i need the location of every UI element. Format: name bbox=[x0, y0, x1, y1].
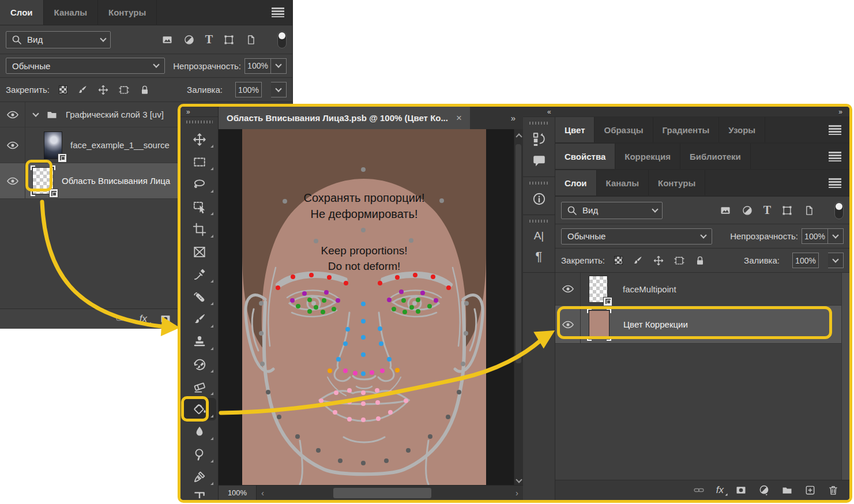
visibility-eye-icon[interactable] bbox=[555, 306, 581, 343]
filter-type-layers-icon[interactable]: T bbox=[205, 33, 213, 46]
opacity-dropdown[interactable] bbox=[828, 228, 844, 244]
group-expand-chevron[interactable] bbox=[32, 110, 39, 116]
visibility-eye-icon[interactable] bbox=[0, 102, 25, 127]
tab-channels[interactable]: Каналы bbox=[44, 0, 98, 25]
link-layers-icon[interactable] bbox=[693, 484, 705, 496]
layer-name[interactable]: face_example_1__source bbox=[70, 140, 170, 150]
layer-thumbnail[interactable] bbox=[44, 131, 62, 159]
layer-row-facemultipoint[interactable]: faceMultipoint bbox=[555, 273, 849, 306]
vertical-scroll-thumb[interactable] bbox=[516, 144, 521, 363]
tab-swatches[interactable]: Образцы bbox=[595, 117, 653, 142]
zoom-level[interactable]: 100% bbox=[219, 486, 257, 500]
layer-name[interactable]: Цвет Коррекции bbox=[623, 319, 688, 329]
layers-scrollbar[interactable] bbox=[841, 273, 849, 480]
filter-shape-layers-icon[interactable] bbox=[223, 34, 235, 46]
layer-row-color-correction[interactable]: Цвет Коррекции bbox=[555, 306, 849, 344]
tab-layers[interactable]: Слои bbox=[555, 170, 597, 195]
layer-name[interactable]: Графический слой 3 [uv] bbox=[66, 110, 164, 119]
blend-mode-select[interactable]: Обычные bbox=[6, 58, 165, 74]
new-layer-icon[interactable] bbox=[804, 484, 816, 496]
panel-menu-icon[interactable] bbox=[829, 152, 841, 161]
tool-blur[interactable] bbox=[183, 420, 216, 443]
tab-gradients[interactable]: Градиенты bbox=[653, 117, 720, 142]
filter-toggle-switch[interactable] bbox=[277, 31, 287, 48]
horizontal-scrollbar[interactable]: ‹ › bbox=[257, 486, 523, 500]
layer-style-fx-icon[interactable]: fx bbox=[716, 484, 724, 496]
scroll-left-icon[interactable]: ‹ bbox=[261, 488, 264, 498]
opacity-dropdown[interactable] bbox=[271, 58, 287, 74]
tab-channels[interactable]: Каналы bbox=[597, 170, 649, 195]
fill-value[interactable]: 100% bbox=[235, 82, 262, 97]
vertical-scrollbar[interactable] bbox=[514, 129, 523, 485]
version-history-icon[interactable] bbox=[532, 131, 547, 146]
lock-all-icon[interactable] bbox=[694, 255, 706, 266]
toolbar-expand[interactable]: » bbox=[180, 107, 218, 117]
filter-pixel-layers-icon[interactable] bbox=[720, 205, 731, 216]
opacity-value[interactable]: 100% bbox=[244, 58, 271, 74]
toolbar-grip[interactable] bbox=[186, 121, 213, 123]
tab-layers[interactable]: Слои bbox=[0, 0, 44, 25]
canvas[interactable]: Сохранять пропорции! Не деформировать! K… bbox=[219, 129, 514, 485]
tool-eraser[interactable] bbox=[183, 375, 216, 398]
comments-icon[interactable] bbox=[532, 153, 547, 168]
layer-thumbnail[interactable] bbox=[32, 167, 54, 194]
tab-adjustments[interactable]: Коррекция bbox=[615, 144, 680, 169]
collapse-dock-icon[interactable]: « bbox=[547, 108, 551, 116]
visibility-eye-icon[interactable] bbox=[555, 273, 581, 305]
expand-dock-icon[interactable]: » bbox=[838, 108, 842, 116]
lock-all-icon[interactable] bbox=[139, 84, 151, 96]
lock-paint-icon[interactable] bbox=[632, 255, 644, 266]
lock-artboard-icon[interactable] bbox=[118, 84, 130, 96]
scroll-up-icon[interactable] bbox=[516, 133, 522, 140]
filter-pixel-layers-icon[interactable] bbox=[161, 34, 173, 46]
layer-style-fx-icon[interactable]: fx bbox=[140, 313, 147, 325]
add-mask-icon[interactable] bbox=[160, 313, 171, 325]
horizontal-scroll-thumb[interactable] bbox=[333, 488, 431, 498]
strip-grip[interactable] bbox=[529, 122, 549, 125]
filter-smart-objects-icon[interactable] bbox=[245, 34, 257, 46]
tab-libraries[interactable]: Библиотеки bbox=[680, 144, 751, 169]
tool-move[interactable] bbox=[183, 128, 216, 151]
delete-layer-trash-icon[interactable] bbox=[827, 484, 839, 496]
tool-clone-stamp[interactable] bbox=[183, 330, 216, 353]
tool-lasso[interactable] bbox=[183, 173, 216, 195]
tab-overflow-icon[interactable]: » bbox=[511, 113, 516, 123]
strip-grip[interactable] bbox=[529, 220, 549, 223]
fill-dropdown[interactable] bbox=[828, 253, 844, 268]
visibility-eye-icon[interactable] bbox=[0, 163, 25, 198]
filter-adjustment-layers-icon[interactable] bbox=[742, 205, 753, 216]
lock-position-icon[interactable] bbox=[97, 84, 109, 96]
tool-pen[interactable] bbox=[183, 465, 216, 488]
layer-thumbnail[interactable] bbox=[589, 276, 608, 303]
layer-thumbnail[interactable] bbox=[589, 310, 610, 339]
tab-paths[interactable]: Контуры bbox=[98, 0, 157, 25]
panel-menu-icon[interactable] bbox=[829, 125, 841, 135]
tool-brush[interactable] bbox=[183, 308, 216, 330]
visibility-eye-icon[interactable] bbox=[0, 127, 25, 163]
character-panel-icon[interactable]: A| bbox=[534, 230, 544, 242]
tab-color[interactable]: Цвет bbox=[555, 117, 595, 142]
tab-paths[interactable]: Контуры bbox=[649, 170, 705, 195]
panel-menu-icon[interactable] bbox=[272, 7, 284, 17]
blend-mode-select[interactable]: Обычные bbox=[561, 228, 712, 245]
tool-type-partial[interactable] bbox=[183, 488, 216, 498]
layer-name[interactable]: faceMultipoint bbox=[623, 284, 676, 294]
tool-frame[interactable] bbox=[183, 240, 216, 263]
layer-search-field[interactable]: Вид bbox=[6, 31, 111, 48]
tool-rectangular-marquee[interactable] bbox=[183, 151, 216, 173]
tool-object-selection[interactable] bbox=[183, 195, 216, 218]
link-layers-icon[interactable] bbox=[115, 313, 127, 325]
paragraph-panel-icon[interactable]: ¶ bbox=[536, 249, 543, 264]
tool-history-brush[interactable] bbox=[183, 353, 216, 375]
filter-shape-layers-icon[interactable] bbox=[781, 205, 793, 216]
tab-properties[interactable]: Свойства bbox=[555, 144, 615, 169]
lock-transparency-icon[interactable] bbox=[614, 256, 623, 265]
tab-patterns[interactable]: Узоры bbox=[719, 117, 765, 142]
strip-grip[interactable] bbox=[529, 182, 549, 185]
tool-eyedropper[interactable] bbox=[183, 263, 216, 285]
lock-position-icon[interactable] bbox=[653, 255, 664, 266]
opacity-value[interactable]: 100% bbox=[802, 228, 828, 244]
new-group-folder-icon[interactable] bbox=[781, 484, 793, 496]
close-icon[interactable]: × bbox=[456, 112, 462, 124]
add-mask-icon[interactable] bbox=[735, 484, 747, 496]
